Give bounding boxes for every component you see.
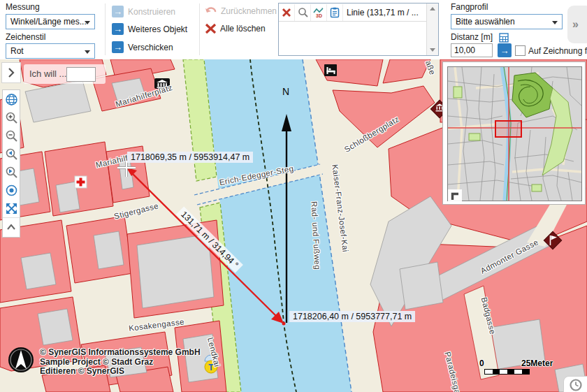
- start-coordinate-tooltip: 1718069,35 m / 5953914,47 m: [127, 152, 253, 163]
- expand-arrows-icon: [5, 202, 18, 215]
- sidebar-expand-button[interactable]: [1, 62, 21, 83]
- messung-label: Messung: [6, 2, 40, 12]
- arrow-right-icon: →: [112, 41, 124, 53]
- messung-select[interactable]: Winkel/Länge mes...: [6, 14, 95, 29]
- center-dot-icon: [5, 184, 18, 197]
- scalebar-zero: 0: [479, 358, 484, 368]
- full-extent-button[interactable]: [3, 90, 20, 108]
- zoom-next-icon: [5, 166, 18, 179]
- scalebar: [484, 369, 530, 375]
- snap-checkbox-label: Auf Zeichnung fang: [528, 46, 587, 56]
- arrow-right-icon: →: [112, 23, 124, 35]
- measure-results-list[interactable]: 3D Linie (131,71 m / ...: [278, 3, 439, 56]
- separator: [105, 3, 106, 55]
- chevron-up-icon: [6, 224, 16, 231]
- scroll-down-icon[interactable]: [430, 48, 435, 52]
- next-extent-button[interactable]: [3, 163, 20, 181]
- weiteres-objekt-button[interactable]: → Weiteres Objekt: [112, 23, 187, 35]
- north-label: N: [282, 86, 289, 97]
- delete-x-icon: [205, 23, 217, 34]
- zoom-to-icon[interactable]: [295, 4, 311, 21]
- distanz-label: Distanz [m]: [451, 32, 493, 42]
- chevron-down-icon: [552, 21, 558, 24]
- zoom-previous-icon: [5, 147, 18, 161]
- chevron-down-icon: [85, 21, 90, 24]
- zoom-in-button[interactable]: [3, 108, 20, 126]
- verschicken-button[interactable]: → Verschicken: [112, 41, 173, 53]
- overview-map[interactable]: [447, 66, 582, 201]
- scalebar-label: 25Meter: [521, 358, 553, 368]
- measure-toolbar: Messung Winkel/Länge mes... Zeichenstil …: [0, 0, 587, 60]
- history-panel-button[interactable]: [563, 376, 587, 392]
- result-row[interactable]: 3D Linie (131,71 m / ...: [279, 3, 426, 22]
- svg-text:3D: 3D: [316, 13, 322, 18]
- overview-extent-rect[interactable]: [495, 121, 521, 137]
- zeichenstil-label: Zeichenstil: [6, 32, 45, 42]
- ich-will-search: Ich will ...: [24, 64, 106, 84]
- chevron-right-icon: [7, 67, 15, 78]
- chevron-down-icon: [85, 50, 90, 54]
- corner-arrow-icon: [449, 191, 461, 202]
- compass-icon: [8, 347, 34, 372]
- end-coordinate-tooltip: 1718206,40 m / 5953777,71 m: [289, 311, 415, 322]
- arrow-right-icon: →: [112, 6, 124, 17]
- fangprofil-select[interactable]: Bitte auswählen: [451, 14, 563, 29]
- zoom-out-icon: [5, 129, 18, 143]
- globe-icon: [5, 93, 18, 106]
- toolbar-expand-button[interactable]: »: [567, 6, 587, 43]
- zuruecknehmen-button[interactable]: Zurücknehmen: [205, 6, 277, 17]
- copyright-block: © SynerGIS Informationssysteme GmbH Samp…: [40, 348, 201, 377]
- snap-checkbox[interactable]: [515, 45, 526, 56]
- result-row-label: Linie (131,71 m / ...: [343, 8, 419, 17]
- zeichenstil-select[interactable]: Rot: [6, 43, 95, 59]
- scroll-up-icon[interactable]: [430, 7, 435, 10]
- map-nav-toolbar: [2, 89, 20, 238]
- apply-distance-button[interactable]: →: [498, 43, 512, 57]
- report-icon[interactable]: [327, 4, 343, 21]
- collapse-nav-button[interactable]: [3, 217, 20, 236]
- hotel-bed-icon: [324, 64, 337, 76]
- grid-icon: [499, 33, 509, 43]
- measure-endpoint-dot: [282, 322, 286, 326]
- alle-loeschen-button[interactable]: Alle löschen: [205, 23, 266, 34]
- search-prompt: Ich will ...: [29, 68, 66, 79]
- fullscreen-button[interactable]: [3, 199, 20, 217]
- list-scrollbar[interactable]: [426, 3, 438, 55]
- fangprofil-label: Fangprofil: [451, 2, 488, 12]
- delete-x-icon[interactable]: [279, 4, 295, 21]
- map-canvas[interactable]: T Mariahilferplatz Mariahilf Stigergasse…: [0, 59, 587, 392]
- red-cross-icon: [75, 176, 87, 188]
- center-tool-button[interactable]: [3, 181, 20, 199]
- overview-map-panel[interactable]: [442, 61, 586, 205]
- profile-3d-icon[interactable]: 3D: [311, 4, 327, 21]
- overview-resize-handle[interactable]: [448, 189, 462, 203]
- clock-icon: [569, 378, 583, 392]
- distanz-input[interactable]: 10,00: [451, 43, 493, 57]
- previous-extent-button[interactable]: [3, 145, 20, 163]
- zoom-in-icon: [5, 111, 18, 124]
- search-input[interactable]: [66, 67, 96, 82]
- separator: [199, 3, 200, 55]
- undo-icon: [205, 6, 217, 17]
- zoom-out-button[interactable]: [3, 126, 20, 145]
- konstruieren-button[interactable]: → Konstruieren: [112, 6, 175, 17]
